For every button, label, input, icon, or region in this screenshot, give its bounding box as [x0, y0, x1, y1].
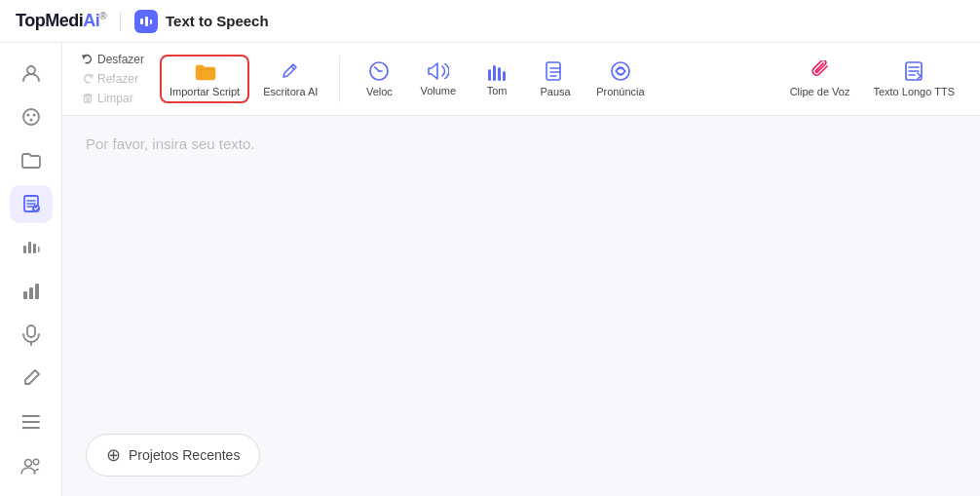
- content-spacer: [86, 168, 957, 434]
- sidebar-item-chart[interactable]: [10, 273, 53, 311]
- page-title: Text to Speech: [166, 13, 269, 29]
- import-script-label: Importar Script: [170, 86, 240, 97]
- svg-point-6: [32, 114, 35, 117]
- svg-point-22: [24, 459, 31, 466]
- svg-rect-11: [28, 242, 31, 253]
- veloc-icon: [368, 60, 390, 82]
- volume-label: Volume: [420, 85, 456, 96]
- svg-point-21: [21, 427, 23, 429]
- svg-rect-27: [493, 65, 496, 81]
- texto-longo-icon: [903, 60, 924, 82]
- svg-point-3: [27, 66, 35, 74]
- escritora-icon: [280, 60, 301, 82]
- svg-rect-28: [498, 67, 501, 81]
- toolbar-separator-1: [339, 56, 340, 102]
- pronuncia-label: Pronúncia: [596, 86, 645, 97]
- main-panel: Desfazer Refazer Limpar: [62, 43, 980, 496]
- svg-rect-2: [150, 19, 152, 24]
- header: TopMediAi® Text to Speech: [0, 0, 980, 43]
- svg-rect-16: [35, 284, 39, 299]
- pausa-button[interactable]: Pausa: [528, 55, 583, 103]
- body: Desfazer Refazer Limpar: [0, 43, 980, 496]
- sidebar-item-mic[interactable]: [10, 316, 53, 354]
- veloc-label: Veloc: [366, 86, 393, 97]
- svg-rect-24: [85, 95, 92, 102]
- svg-rect-0: [140, 19, 143, 24]
- import-script-icon: [193, 60, 216, 82]
- sidebar-item-users[interactable]: [10, 446, 53, 484]
- clipe-icon: [810, 60, 831, 82]
- texto-longo-button[interactable]: Texto Longo TTS: [863, 55, 964, 103]
- svg-rect-13: [38, 247, 40, 252]
- sidebar-item-edit[interactable]: [10, 360, 53, 398]
- recent-projects-label: Projetos Recentes: [129, 447, 240, 463]
- svg-rect-1: [145, 17, 148, 26]
- svg-point-23: [33, 459, 39, 465]
- sidebar-item-folder[interactable]: [10, 141, 53, 179]
- header-divider: [120, 12, 121, 31]
- redo-button[interactable]: Refazer: [78, 70, 148, 88]
- svg-point-7: [29, 119, 32, 122]
- svg-rect-29: [503, 71, 506, 81]
- tts-badge-icon: [134, 10, 158, 33]
- clipe-label: Clipe de Voz: [790, 86, 850, 97]
- svg-rect-26: [488, 69, 491, 81]
- svg-rect-17: [27, 325, 35, 337]
- content-area: Por favor, insira seu texto. ⊕ Projetos …: [62, 116, 980, 496]
- clipe-voz-button[interactable]: Clipe de Voz: [780, 55, 860, 103]
- sidebar-item-palette[interactable]: [10, 98, 53, 136]
- volume-icon: [428, 61, 449, 81]
- sidebar: [0, 43, 62, 496]
- tom-icon: [486, 61, 508, 81]
- tom-button[interactable]: Tom: [470, 56, 524, 102]
- undo-button[interactable]: Desfazer: [78, 51, 148, 68]
- toolbar: Desfazer Refazer Limpar: [62, 43, 980, 116]
- pronuncia-button[interactable]: Pronúncia: [586, 55, 655, 103]
- texto-longo-label: Texto Longo TTS: [873, 86, 955, 97]
- recent-projects-button[interactable]: ⊕ Projetos Recentes: [86, 434, 260, 477]
- svg-rect-10: [23, 246, 26, 253]
- svg-rect-30: [547, 62, 560, 80]
- sidebar-item-tts[interactable]: [10, 185, 53, 223]
- svg-point-31: [612, 62, 629, 80]
- sidebar-item-list[interactable]: [10, 403, 53, 441]
- escritora-label: Escritora AI: [263, 86, 318, 97]
- volume-button[interactable]: Volume: [410, 56, 466, 102]
- editor-placeholder: Por favor, insira seu texto.: [86, 135, 957, 152]
- plus-icon: ⊕: [106, 444, 121, 466]
- clear-button[interactable]: Limpar: [78, 90, 148, 107]
- escritora-ai-button[interactable]: Escritora AI: [253, 55, 327, 103]
- tom-label: Tom: [487, 85, 508, 96]
- svg-point-20: [21, 421, 23, 423]
- svg-point-4: [23, 109, 39, 125]
- svg-rect-15: [29, 287, 33, 299]
- sidebar-item-profile[interactable]: [10, 55, 53, 93]
- app-logo: TopMediAi®: [16, 11, 106, 31]
- pausa-icon: [546, 60, 565, 82]
- history-group: Desfazer Refazer Limpar: [78, 51, 148, 107]
- svg-rect-14: [23, 291, 27, 299]
- pausa-label: Pausa: [541, 86, 571, 97]
- svg-point-5: [26, 114, 29, 117]
- pronuncia-icon: [610, 60, 631, 82]
- import-script-button[interactable]: Importar Script: [160, 55, 249, 103]
- sidebar-item-audio[interactable]: [10, 229, 53, 267]
- toolbar-right: Clipe de Voz Texto Longo TTS: [780, 55, 964, 103]
- svg-rect-12: [33, 244, 36, 253]
- svg-point-19: [21, 415, 23, 417]
- veloc-button[interactable]: Veloc: [352, 55, 406, 103]
